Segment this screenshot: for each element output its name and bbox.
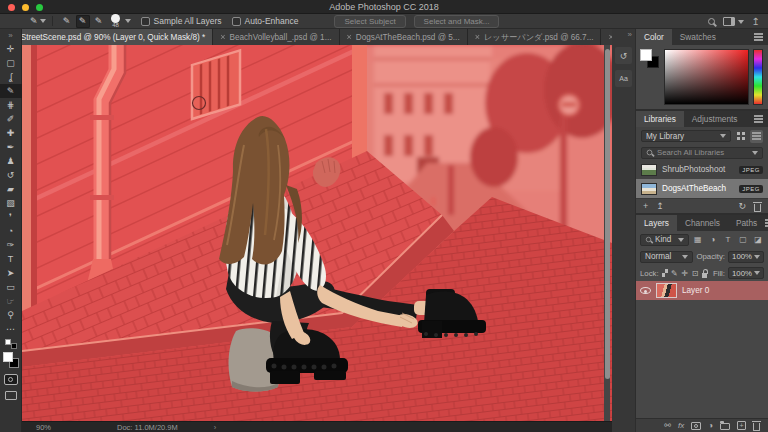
opacity-field[interactable]: 100% [728,251,764,263]
library-select[interactable]: My Library [641,130,731,142]
lock-paint-icon[interactable]: ✎ [671,267,678,280]
lock-position-icon[interactable]: ✛ [681,267,688,280]
dock-collapse-icon[interactable]: » [628,29,632,41]
tab-layers[interactable]: Layers [636,215,677,231]
screen-mode-button[interactable] [5,391,17,400]
add-content-icon[interactable]: + [643,201,648,211]
library-search-input[interactable]: Search All Libraries [641,147,763,159]
brush-tool[interactable]: ✒ [0,140,22,154]
close-icon[interactable]: × [347,32,352,42]
filter-smart-objects-icon[interactable]: ◪ [752,233,764,246]
panel-menu-icon[interactable] [754,118,763,120]
library-item-shrubphotoshoot[interactable]: ShrubPhotoshoot JPEG [636,160,768,179]
tool-preset-caret-icon[interactable] [40,19,46,23]
filter-adjustment-layers-icon[interactable]: ◑ [707,233,719,246]
tool-preset-icon[interactable]: ✎ [30,17,38,26]
workspace-icon[interactable] [723,17,735,26]
fill-field[interactable]: 100% [728,267,764,279]
new-adjustment-layer-icon[interactable]: ◑ [708,421,713,430]
blend-mode-select[interactable]: Normal [640,251,693,263]
search-icon[interactable] [708,18,715,25]
tab-swatches[interactable]: Swatches [672,29,724,45]
foreground-background-swatches[interactable] [3,352,19,368]
eyedropper-tool[interactable]: ✐ [0,112,22,126]
close-icon[interactable]: × [220,32,225,42]
lasso-tool[interactable]: ʆ [0,70,22,84]
layer-row-layer0[interactable]: Layer 0 [636,281,768,300]
pen-tool[interactable]: ✑ [0,238,22,252]
tools-collapse-icon[interactable]: » [8,29,12,42]
select-and-mask-button[interactable]: Select and Mask... [414,15,500,28]
lock-transparency-icon[interactable] [662,269,668,277]
hue-slider[interactable] [753,49,763,105]
document-canvas[interactable] [22,45,612,421]
tab-streetscene[interactable]: × StreetScene.psd @ 90% (Layer 0, Quick … [4,29,213,45]
eraser-tool[interactable]: ▰ [0,182,22,196]
tab-lesserpanda[interactable]: × レッサーパンダ.psd @ 66.7... [468,29,602,45]
filter-pixel-layers-icon[interactable]: ▦ [692,233,704,246]
quick-selection-tool[interactable]: ✎ [0,84,22,98]
library-item-dogsatthebeach[interactable]: DogsAtTheBeach JPEG [636,179,768,198]
layer-effects-icon[interactable]: fx [678,421,684,430]
filter-type-select[interactable]: Kind [640,234,689,246]
crop-tool[interactable]: ⋕ [0,98,22,112]
gradient-tool[interactable]: ▧ [0,196,22,210]
new-selection-button[interactable]: ✎ [60,15,74,28]
brush-size-picker[interactable]: 48 [109,14,123,28]
tab-adjustments[interactable]: Adjustments [684,111,746,127]
tab-beachvolleyball[interactable]: × BeachVolleyball_.psd @ 1... [213,29,339,45]
path-selection-tool[interactable]: ➤ [0,266,22,280]
hand-tool[interactable]: ☞ [0,294,22,308]
delete-library-item-icon[interactable] [754,204,761,212]
share-icon[interactable]: ↥ [752,17,760,27]
delete-layer-icon[interactable] [753,423,760,431]
brush-size-caret-icon[interactable] [125,19,131,23]
panel-menu-icon[interactable] [754,36,763,38]
grid-view-button[interactable] [734,130,747,143]
workspace-caret-icon[interactable] [738,20,744,24]
blur-tool[interactable]: ❜ [0,210,22,224]
lock-all-icon[interactable] [702,273,707,278]
saturation-picker[interactable] [664,49,749,105]
dodge-tool[interactable]: ◔ [0,224,22,238]
new-group-icon[interactable] [720,423,730,430]
zoom-tool[interactable]: ⚲ [0,308,22,322]
sample-all-layers-checkbox[interactable]: Sample All Layers [141,16,222,26]
lock-artboard-icon[interactable]: ⊡ [691,267,698,280]
history-brush-tool[interactable]: ↺ [0,168,22,182]
upload-icon[interactable]: ↥ [656,201,664,211]
foreground-color-swatch[interactable] [3,352,13,362]
character-panel-icon[interactable]: Aa [615,70,632,87]
tab-paths[interactable]: Paths [728,215,765,231]
subtract-from-selection-button[interactable]: ✎ [92,15,106,28]
list-view-button[interactable] [750,130,763,143]
new-layer-icon[interactable]: + [737,421,746,430]
layer-visibility-icon[interactable] [640,287,651,294]
sync-icon[interactable]: ↻ [738,201,746,211]
shape-tool[interactable]: ▭ [0,280,22,294]
tab-channels[interactable]: Channels [677,215,728,231]
color-swatches[interactable] [640,49,660,105]
type-tool[interactable]: T [0,252,22,266]
tab-libraries[interactable]: Libraries [636,111,684,127]
auto-enhance-checkbox[interactable]: Auto-Enhance [232,16,299,26]
foreground-color-swatch[interactable] [640,49,652,61]
history-panel-icon[interactable]: ↺ [615,47,632,64]
move-tool[interactable]: ✛ [0,42,22,56]
zoom-level-field[interactable]: 90% [36,423,51,432]
link-layers-icon[interactable]: ⚯ [664,421,671,430]
add-layer-mask-icon[interactable] [691,422,701,430]
filter-shape-layers-icon[interactable]: ▢ [737,233,749,246]
layer-thumbnail[interactable] [656,283,677,298]
quick-mask-mode-button[interactable] [4,374,18,385]
tab-color[interactable]: Color [636,29,672,45]
clone-stamp-tool[interactable]: ♟ [0,154,22,168]
select-subject-button[interactable]: Select Subject [334,15,405,28]
filter-type-layers-icon[interactable]: T [722,233,734,246]
more-tools-button[interactable]: ⋯ [0,322,22,336]
status-expander-icon[interactable]: › [214,423,217,432]
add-to-selection-button[interactable]: ✎ [76,15,90,28]
scrollbar-thumb[interactable] [605,49,610,379]
tab-dogsatthebeach-psd[interactable]: × DogsAtTheBeach.psd @ 5... [340,29,468,45]
close-icon[interactable]: × [475,32,480,42]
